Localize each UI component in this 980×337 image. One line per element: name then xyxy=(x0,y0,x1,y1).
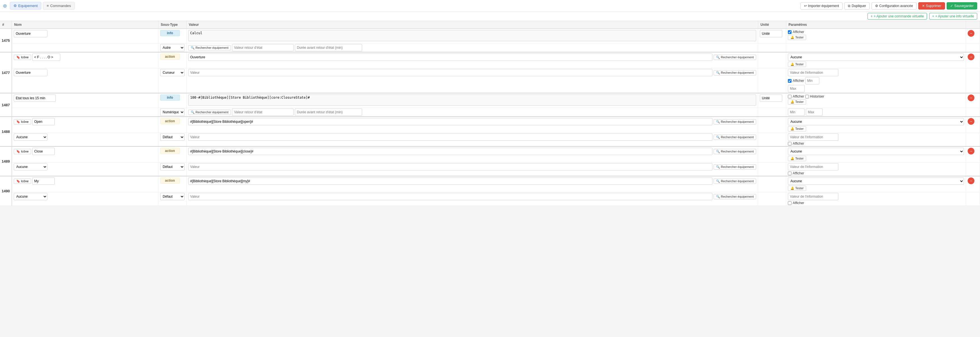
param-select-1490[interactable]: Aucune xyxy=(788,178,964,185)
historiser-check-1487[interactable] xyxy=(805,95,809,99)
delete-row-1475[interactable]: − xyxy=(968,30,974,37)
name-text-1489[interactable] xyxy=(32,148,55,155)
valeur-info-1488[interactable] xyxy=(788,134,838,141)
icon-btn-1477[interactable]: 🔖 Icône xyxy=(14,55,31,60)
table-row-sub-1475: Autre 🔍 Rechercher équipement xyxy=(0,43,980,52)
search-equip-1475[interactable]: 🔍 Rechercher équipement xyxy=(188,45,231,51)
value-input-1490[interactable] xyxy=(188,178,713,185)
param-select-1488[interactable]: Aucune xyxy=(788,118,964,125)
afficher-check-1489[interactable] xyxy=(788,172,792,175)
unite2-1490 xyxy=(758,192,786,206)
subtype2-1488: Défaut xyxy=(159,133,186,147)
search-equip-1488b[interactable]: 🔍 Rechercher équipement xyxy=(714,135,756,140)
val-input-1477[interactable] xyxy=(188,69,713,76)
add-command-button[interactable]: + + Ajouter une commande virtuelle xyxy=(867,13,927,20)
search-equip-1488a[interactable]: 🔍 Rechercher équipement xyxy=(714,119,756,124)
duree-retour-1487[interactable] xyxy=(295,108,362,116)
valeur-info-1477[interactable] xyxy=(788,69,838,76)
subtype-select2-1477[interactable]: Curseur xyxy=(160,69,185,76)
tab-commandes[interactable]: ≡ Commandes xyxy=(43,2,74,10)
delete-button[interactable]: ✕ Supprimer xyxy=(918,2,945,10)
table-row-sub-1489: Aucune Défaut 🔍 Rechercher équipement xyxy=(0,163,980,176)
search-equip-1477b[interactable]: 🔍 Rechercher équipement xyxy=(714,70,756,75)
subtype-select-1475[interactable]: Autre xyxy=(160,44,185,51)
subtype-select-1489[interactable]: Défaut xyxy=(160,163,185,170)
subtype-select-1488[interactable]: Défaut xyxy=(160,134,185,141)
delete-row-1487[interactable]: − xyxy=(968,94,974,101)
value-input-1488[interactable] xyxy=(188,118,713,125)
name-input-1475[interactable] xyxy=(14,30,48,37)
tester-btn-1488[interactable]: 🔔 Tester xyxy=(788,126,806,132)
search-equip-1487[interactable]: 🔍 Rechercher équipement xyxy=(188,110,231,115)
delete-row-1477[interactable]: − xyxy=(968,54,974,60)
save-button[interactable]: ✓ Sauvegarder xyxy=(947,2,977,10)
min-input-1487[interactable] xyxy=(788,108,805,116)
tester-btn-1490[interactable]: 🔔 Tester xyxy=(788,186,806,191)
afficher-check-1488[interactable] xyxy=(788,142,792,146)
valeur-info-1490[interactable] xyxy=(788,193,838,200)
param-select-1489[interactable]: Aucune xyxy=(788,148,964,155)
row-del-1488: − xyxy=(966,117,980,133)
import-button[interactable]: ↩ Importer équipement xyxy=(800,2,843,10)
subtype-select-1487[interactable]: Numérique xyxy=(160,108,185,116)
calc-input-1475[interactable]: Calcul xyxy=(188,30,756,41)
row-subtype-1488: action xyxy=(159,117,186,133)
config-button[interactable]: ⚙ Configuration avancée xyxy=(872,2,916,10)
name-text-1488[interactable] xyxy=(32,118,55,125)
max-input-1487[interactable] xyxy=(806,108,822,116)
name2-input-1477[interactable] xyxy=(14,69,48,76)
icon-btn-1490[interactable]: 🔖 Icône xyxy=(14,179,31,184)
delete-row-1488[interactable]: − xyxy=(968,118,974,125)
param-select-1477[interactable]: Aucune xyxy=(788,54,964,61)
name-text-1490[interactable] xyxy=(32,178,55,185)
icon-btn-1488[interactable]: 🔖 Icône xyxy=(14,119,31,124)
tab-commandes-label: Commandes xyxy=(50,4,71,8)
search-equip-1477a[interactable]: 🔍 Rechercher équipement xyxy=(714,55,756,60)
max-input-1477[interactable] xyxy=(788,85,805,92)
afficher-check-1490[interactable] xyxy=(788,201,792,205)
name-input-1487[interactable] xyxy=(14,94,56,102)
afficher-check-1475[interactable] xyxy=(788,30,792,34)
tester-btn-1489[interactable]: 🔔 Tester xyxy=(788,156,806,161)
add-info-button[interactable]: + + Ajouter une info virtuelle xyxy=(929,13,977,20)
search-equip-1490a[interactable]: 🔍 Rechercher équipement xyxy=(714,179,756,184)
val-input-1489[interactable] xyxy=(188,163,713,170)
tester-btn-1487[interactable]: 🔔 Tester xyxy=(788,99,806,105)
table-row-1490: 1490 🔖 Icône action 🔍 Rechercher équipem… xyxy=(0,176,980,192)
range-input-1477[interactable] xyxy=(32,54,60,61)
duree-retour-1475[interactable] xyxy=(295,44,362,51)
row-value-1487: 100-#[Bibliothèque][Store Bibliothèque][… xyxy=(186,93,758,108)
val-input-1488[interactable] xyxy=(188,134,713,141)
search-equip-1489b[interactable]: 🔍 Rechercher équipement xyxy=(714,164,756,170)
unite-input-1487[interactable] xyxy=(760,94,782,102)
name2-select-1490[interactable]: Aucune xyxy=(14,193,48,200)
duplicate-button[interactable]: ⧉ Dupliquer xyxy=(844,2,870,10)
value-input-1477[interactable] xyxy=(188,54,713,61)
val-input-1490[interactable] xyxy=(188,193,713,200)
icon-btn-1489[interactable]: 🔖 Icône xyxy=(14,149,31,154)
valeur-info-1489[interactable] xyxy=(788,163,838,170)
afficher-check2-1477[interactable] xyxy=(788,79,792,83)
row-del-1487: − xyxy=(966,93,980,108)
delete-row-1489[interactable]: − xyxy=(968,148,974,154)
tester-btn-1477[interactable]: 🔔 Tester xyxy=(788,62,806,67)
tester-btn-1475[interactable]: 🔔 Tester xyxy=(788,35,806,40)
tab-equipement[interactable]: ⚙ Equipement xyxy=(10,2,41,10)
unite2-1477 xyxy=(758,68,786,93)
search-equip-1489a[interactable]: 🔍 Rechercher équipement xyxy=(714,149,756,154)
name2-select-1489[interactable]: Aucune xyxy=(14,163,48,170)
delete-row-1490[interactable]: − xyxy=(968,178,974,184)
value-input-1489[interactable] xyxy=(188,148,713,155)
name2-select-1488[interactable]: Aucune xyxy=(14,134,48,141)
save-icon: ✓ xyxy=(950,4,953,8)
val-retour-1475[interactable] xyxy=(232,44,294,51)
subtype-select-1490[interactable]: Défaut xyxy=(160,193,185,200)
min-input-1477[interactable] xyxy=(805,77,819,84)
calc-input-1487[interactable]: 100-#[Bibliothèque][Store Bibliothèque][… xyxy=(188,94,756,106)
col-header-unite: Unité xyxy=(758,21,786,29)
params2-1490: Afficher xyxy=(786,192,966,206)
search-equip-1490b[interactable]: 🔍 Rechercher équipement xyxy=(714,194,756,199)
val-retour-1487[interactable] xyxy=(232,108,294,116)
unite-input-1475[interactable] xyxy=(760,30,782,37)
afficher-check-1487[interactable] xyxy=(788,95,792,99)
